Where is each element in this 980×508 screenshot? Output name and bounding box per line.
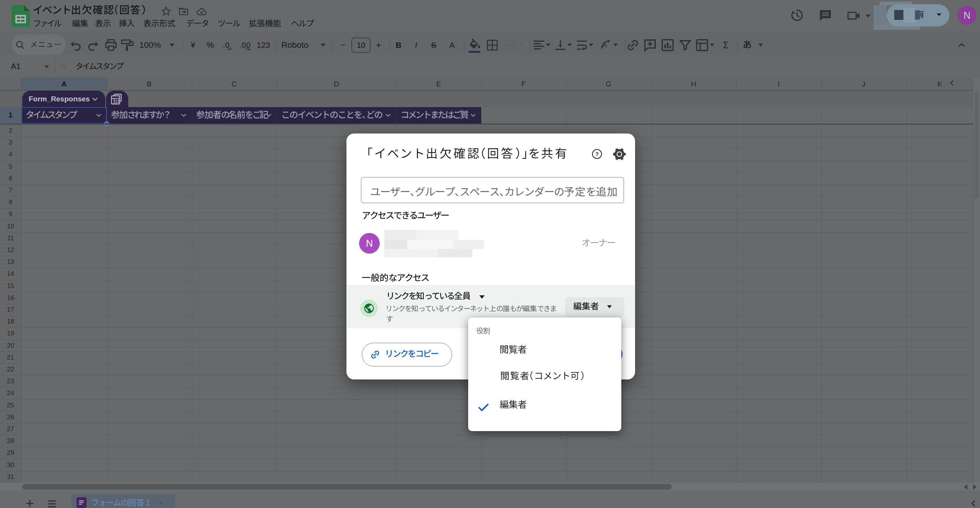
svg-text:A: A [603,42,607,49]
svg-text:?: ? [595,151,599,157]
